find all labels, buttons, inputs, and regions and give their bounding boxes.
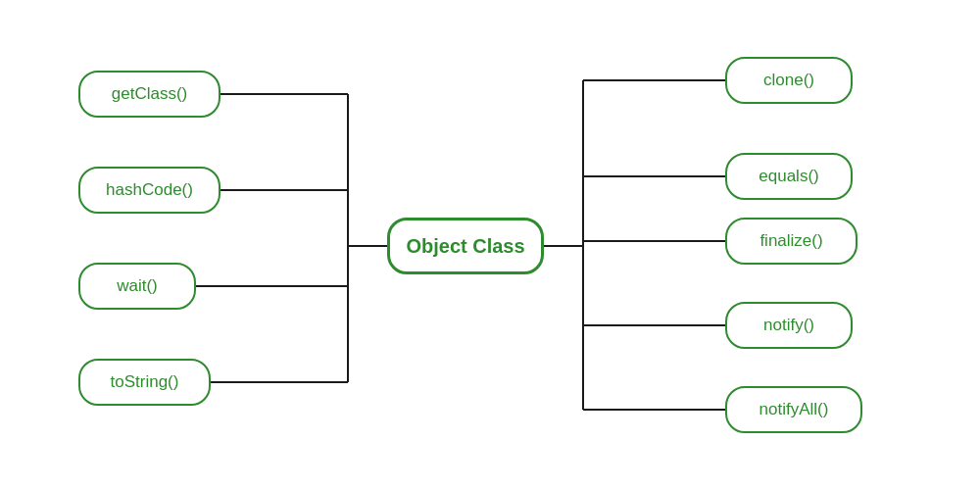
node-tostring: toString() (78, 359, 211, 406)
node-getclass: getClass() (78, 71, 220, 118)
node-notifyall: notifyAll() (725, 386, 862, 433)
node-equals: equals() (725, 153, 853, 200)
node-wait: wait() (78, 263, 196, 310)
center-node: Object Class (387, 218, 544, 274)
node-finalize: finalize() (725, 218, 858, 265)
node-notify: notify() (725, 302, 853, 349)
node-hashcode: hashCode() (78, 167, 220, 214)
node-clone: clone() (725, 57, 853, 104)
diagram-container: Object Class getClass() hashCode() wait(… (20, 20, 960, 470)
